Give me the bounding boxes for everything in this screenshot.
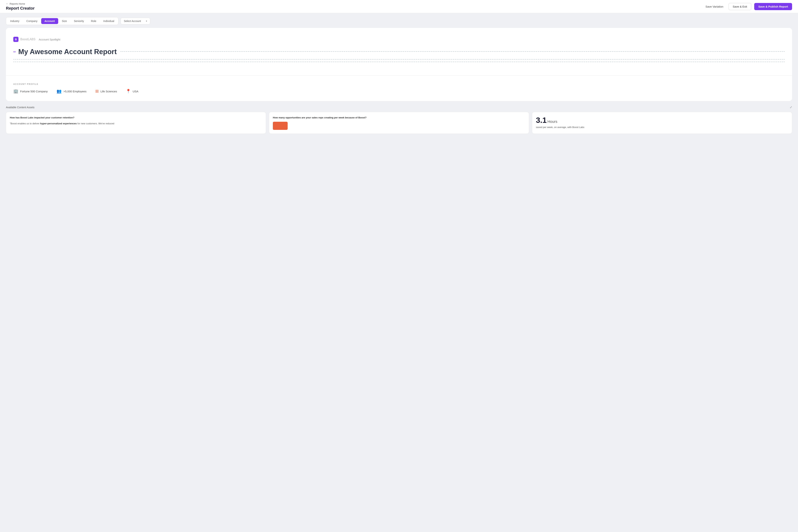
back-link-label: Reports Home (10, 2, 25, 5)
profile-stats: 🏢 Fortune 500 Company 👥 >5,000 Employees… (13, 89, 785, 94)
stat-employees-label: >5,000 Employees (63, 90, 87, 93)
building-icon: 🏢 (13, 89, 18, 94)
stat-big-row: 3.1 Hours (536, 116, 788, 125)
brand-logo: B (13, 37, 18, 42)
filter-bar: Industry Company Account Size Seniority … (0, 13, 798, 28)
report-header-card: B BoostLABS Account Spotlight ✏ My Aweso… (6, 28, 792, 76)
location-pin-icon: 📍 (126, 89, 131, 94)
back-link[interactable]: ← Reports Home (6, 2, 35, 5)
brand-row: B BoostLABS Account Spotlight (13, 37, 785, 42)
section-label: ACCOUNT PROFILE (13, 83, 785, 85)
asset-card-2-question: How many opportunities are your sales re… (273, 116, 525, 119)
stat-location: 📍 USA (126, 89, 138, 94)
expand-icon[interactable]: ⤢ (790, 106, 792, 109)
tab-company[interactable]: Company (23, 18, 41, 24)
title-dashes (120, 51, 785, 52)
orange-bar-chart (273, 122, 288, 130)
asset-card-2: How many opportunities are your sales re… (269, 112, 529, 134)
brand-subtitle: Account Spotlight (39, 38, 60, 41)
report-title-row: ✏ My Awesome Account Report (13, 48, 785, 56)
save-exit-button[interactable]: Save & Exit (728, 3, 752, 10)
tab-role[interactable]: Role (88, 18, 99, 24)
chevron-down-icon: ▾ (146, 20, 147, 22)
assets-title: Available Content Assets (6, 106, 35, 109)
subtitle-dash-line-2 (13, 62, 785, 62)
select-account-label: Select Account (124, 20, 141, 22)
people-icon: 👥 (57, 89, 61, 94)
tab-seniority[interactable]: Seniority (71, 18, 87, 24)
stat-industry-label: Life Sciences (100, 90, 117, 93)
page-title: Report Creator (6, 6, 35, 11)
stat-desc: saved per week, on average, with Boost L… (536, 126, 788, 129)
asset-card-3: 3.1 Hours saved per week, on average, wi… (532, 112, 792, 134)
edit-icon[interactable]: ✏ (13, 50, 16, 54)
stat-industry: ⊞ Life Sciences (95, 89, 117, 94)
brand-name: BoostLABS (20, 38, 36, 41)
asset-card-1: How has Boost Labs impacted your custome… (6, 112, 266, 134)
select-account-dropdown[interactable]: Select Account ▾ (121, 18, 150, 24)
stat-employees: 👥 >5,000 Employees (57, 89, 87, 94)
assets-section: Available Content Assets ⤢ How has Boost… (6, 106, 792, 134)
tab-individual[interactable]: Individual (100, 18, 117, 24)
page-header: ← Reports Home Report Creator Save Varia… (0, 0, 798, 13)
tab-industry[interactable]: Industry (7, 18, 23, 24)
stat-number: 3.1 (536, 116, 547, 125)
main-content: B BoostLABS Account Spotlight ✏ My Aweso… (0, 28, 798, 140)
tab-size[interactable]: Size (59, 18, 70, 24)
grid-icon: ⊞ (95, 89, 99, 94)
asset-card-1-question: How has Boost Labs impacted your custome… (10, 116, 262, 119)
assets-header: Available Content Assets ⤢ (6, 106, 792, 109)
header-actions: Save Variation Save & Exit Save & Publis… (703, 3, 792, 10)
assets-cards: How has Boost Labs impacted your custome… (6, 112, 792, 134)
back-arrow-icon: ← (6, 2, 8, 5)
save-publish-button[interactable]: Save & Publish Report (754, 3, 792, 10)
header-left: ← Reports Home Report Creator (6, 2, 35, 11)
subtitle-dash-line-1 (13, 59, 785, 59)
filter-tabs: Industry Company Account Size Seniority … (6, 17, 118, 25)
asset-card-1-body: "Boost enables us to deliver hyper-perso… (10, 122, 262, 126)
save-variation-button[interactable]: Save Variation (703, 3, 725, 10)
stat-unit: Hours (548, 119, 557, 124)
stat-fortune500-label: Fortune 500 Company (20, 90, 48, 93)
stat-location-label: USA (133, 90, 138, 93)
report-title: My Awesome Account Report (18, 48, 117, 56)
account-profile-card: ACCOUNT PROFILE 🏢 Fortune 500 Company 👥 … (6, 76, 792, 101)
stat-fortune500: 🏢 Fortune 500 Company (13, 89, 48, 94)
tab-account[interactable]: Account (41, 18, 58, 24)
